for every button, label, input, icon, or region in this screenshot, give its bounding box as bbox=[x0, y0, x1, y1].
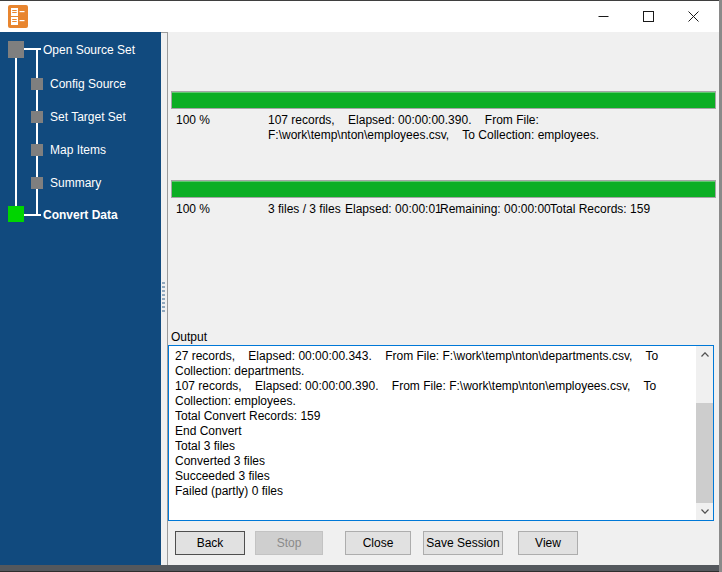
sidebar-item-open-source-set: Open Source Set bbox=[43, 42, 135, 58]
output-log-text: 27 records, Elapsed: 00:00:00.343. From … bbox=[175, 349, 691, 517]
close-button[interactable] bbox=[671, 1, 716, 32]
overall-progress-percent: 100 % bbox=[176, 202, 210, 217]
scrollbar-up-icon[interactable] bbox=[696, 346, 713, 363]
output-log-line: Total Convert Records: 159 bbox=[175, 409, 691, 424]
file-progress-detail-line1: 107 records, Elapsed: 00:00:00.390. From… bbox=[268, 113, 599, 128]
scrollbar-down-icon[interactable] bbox=[696, 503, 713, 520]
sidebar-item-config-source: Config Source bbox=[50, 76, 126, 92]
maximize-icon bbox=[643, 11, 654, 22]
step-indicator-set-target-set bbox=[31, 111, 43, 123]
wizard-stepper-sidebar: Open Source Set Config Source Set Target… bbox=[0, 32, 161, 566]
stepper-connector-line bbox=[15, 57, 17, 208]
window-controls bbox=[581, 1, 716, 32]
overall-progress-remaining: Remaining: 00:00:00 bbox=[440, 202, 551, 217]
close-icon bbox=[688, 11, 699, 22]
output-log-line: Failed (partly) 0 files bbox=[175, 484, 691, 499]
stepper-connector-line bbox=[36, 48, 38, 216]
sidebar-item-convert-data: Convert Data bbox=[43, 207, 118, 223]
sidebar-splitter[interactable] bbox=[161, 32, 168, 566]
file-progress-percent: 100 % bbox=[176, 113, 210, 128]
step-indicator-map-items bbox=[31, 144, 43, 156]
output-log-line: 107 records, Elapsed: 00:00:00.390. From… bbox=[175, 379, 691, 409]
back-button[interactable]: Back bbox=[175, 531, 245, 555]
overall-progress-bar bbox=[171, 180, 716, 198]
scrollbar-thumb[interactable] bbox=[696, 403, 713, 503]
output-log-line: Total 3 files bbox=[175, 439, 691, 454]
app-icon bbox=[8, 5, 28, 28]
splitter-grip-icon bbox=[162, 282, 165, 313]
step-indicator-open-source-set bbox=[8, 41, 24, 58]
file-progress-detail: 107 records, Elapsed: 00:00:00.390. From… bbox=[268, 113, 599, 143]
stepper-connector-line bbox=[24, 48, 41, 50]
stop-button[interactable]: Stop bbox=[255, 531, 323, 555]
sidebar-item-map-items: Map Items bbox=[50, 142, 106, 158]
output-log-line: Succeeded 3 files bbox=[175, 469, 691, 484]
output-log-line: End Convert bbox=[175, 424, 691, 439]
sidebar-item-summary: Summary bbox=[50, 175, 101, 191]
close-dialog-button[interactable]: Close bbox=[345, 531, 411, 555]
step-indicator-convert-data-current bbox=[8, 206, 24, 222]
step-indicator-summary bbox=[31, 177, 43, 189]
output-log[interactable]: 27 records, Elapsed: 00:00:00.343. From … bbox=[168, 345, 714, 521]
titlebar bbox=[0, 1, 719, 32]
view-button[interactable]: View bbox=[518, 531, 578, 555]
save-session-button[interactable]: Save Session bbox=[423, 531, 503, 555]
file-progress-fill bbox=[172, 92, 715, 108]
minimize-button[interactable] bbox=[581, 1, 626, 32]
convert-progress-panel: 100 % 107 records, Elapsed: 00:00:00.390… bbox=[168, 32, 719, 566]
minimize-icon bbox=[598, 11, 609, 22]
step-indicator-config-source bbox=[31, 78, 43, 90]
overall-progress-files: 3 files / 3 files bbox=[268, 202, 341, 217]
file-progress-bar bbox=[171, 91, 716, 109]
overall-progress-elapsed: Elapsed: 00:00:01 bbox=[345, 202, 442, 217]
output-label: Output bbox=[171, 330, 207, 344]
output-log-line: Converted 3 files bbox=[175, 454, 691, 469]
sidebar-item-set-target-set: Set Target Set bbox=[50, 109, 126, 125]
stepper-connector-line bbox=[24, 214, 41, 216]
output-log-line: 27 records, Elapsed: 00:00:00.343. From … bbox=[175, 349, 691, 379]
overall-progress-fill bbox=[172, 181, 715, 197]
convert-data-window: Open Source Set Config Source Set Target… bbox=[0, 0, 722, 572]
window-bottom-edge bbox=[0, 565, 722, 572]
output-scrollbar[interactable] bbox=[696, 346, 713, 520]
maximize-button[interactable] bbox=[626, 1, 671, 32]
file-progress-detail-line2: F:\work\temp\nton\employees.csv, To Coll… bbox=[268, 128, 599, 143]
overall-progress-total-records: Total Records: 159 bbox=[550, 202, 650, 217]
